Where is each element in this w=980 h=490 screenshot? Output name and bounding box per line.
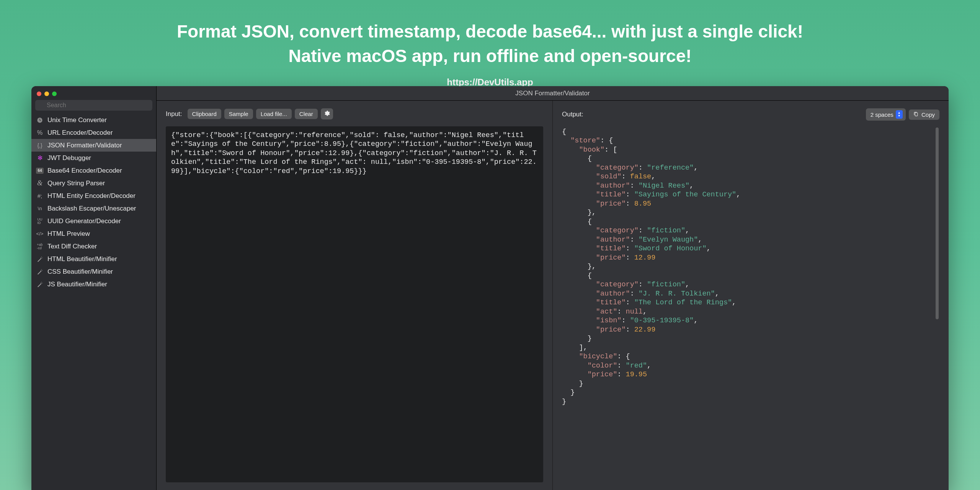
copy-button[interactable]: Copy [909,109,939,120]
close-window-button[interactable] [37,91,41,96]
main-area: JSON Formatter/Validator Input: Clipboar… [157,86,949,490]
scrollbar-thumb[interactable] [936,127,939,319]
sidebar-item-css-beautifier-minifier[interactable]: CSS Beautifier/Minifier [31,265,156,278]
sidebar-item-label: URL Encoder/Decoder [47,129,113,137]
clock-icon [36,116,44,124]
sidebar-item-label: Base64 Encoder/Decoder [47,167,122,175]
sidebar-item-label: HTML Preview [47,230,90,238]
svg-point-8 [41,270,41,270]
input-header: Input: Clipboard Sample Load file... Cle… [166,108,543,119]
sidebar-item-uuid-generator-decoder[interactable]: UUIDUUID Generator/Decoder [31,215,156,227]
input-textarea[interactable]: {"store":{"book":[{"category":"reference… [166,126,543,482]
sidebar-item-label: Backslash Escaper/Unescaper [47,205,136,212]
sidebar-item-label: Text Diff Checker [47,243,97,250]
svg-point-4 [42,258,42,258]
sidebar-item-label: JWT Debugger [47,154,91,162]
window-controls [31,86,156,100]
tag-icon: </> [36,230,44,238]
gear-icon [324,111,330,118]
sidebar-item-html-beautifier-minifier[interactable]: HTML Beautifier/Minifier [31,253,156,265]
output-label: Output: [562,111,583,118]
svg-point-10 [42,283,42,283]
percent-icon: % [36,129,44,137]
sidebar-item-html-preview[interactable]: </>HTML Preview [31,227,156,240]
sidebar-item-unix-time-converter[interactable]: Unix Time Converter [31,114,156,126]
svg-rect-12 [915,113,918,116]
svg-point-9 [41,282,42,282]
sidebar-item-label: JS Beautifier/Minifier [47,281,107,288]
clear-button[interactable]: Clear [295,109,318,119]
app-window: Unix Time Converter%URL Encoder/Decoder{… [31,86,949,490]
sidebar-item-label: JSON Formatter/Validator [47,142,122,149]
hero-headline: Format JSON, convert timestamp, decode b… [0,19,980,69]
diff-icon: +ab-cd [36,243,44,250]
sidebar-item-label: UUID Generator/Decoder [47,217,121,225]
slashn-icon: \n [36,205,44,212]
sidebar-item-base64-encoder-decoder[interactable]: 64Base64 Encoder/Decoder [31,164,156,177]
sidebar-item-label: Query String Parser [47,180,105,187]
tool-list: Unix Time Converter%URL Encoder/Decoder{… [31,114,156,490]
clipboard-icon [913,111,920,118]
sidebar-item-html-entity-encoder-decoder[interactable]: #;HTML Entity Encoder/Decoder [31,189,156,202]
wand-icon [36,255,44,263]
b64-icon: 64 [36,167,44,175]
hash-icon: #; [36,192,44,200]
sample-button[interactable]: Sample [224,109,253,119]
sidebar-item-jwt-debugger[interactable]: ✻JWT Debugger [31,152,156,164]
sidebar-item-json-formatter-validator[interactable]: {,}JSON Formatter/Validator [31,139,156,152]
wand-icon [36,268,44,276]
minimize-window-button[interactable] [44,91,49,96]
content-split: Input: Clipboard Sample Load file... Cle… [157,101,949,490]
sidebar-item-label: HTML Beautifier/Minifier [47,255,117,263]
sidebar-item-label: CSS Beautifier/Minifier [47,268,113,276]
sidebar-item-backslash-escaper-unescaper[interactable]: \nBackslash Escaper/Unescaper [31,202,156,215]
indent-select-value: 2 spaces [871,111,893,118]
window-title: JSON Formatter/Validator [157,86,949,101]
clipboard-button[interactable]: Clipboard [188,109,221,119]
output-scrollbar[interactable] [936,127,939,482]
sidebar: Unix Time Converter%URL Encoder/Decoder{… [31,86,157,490]
svg-point-3 [41,256,42,257]
uuid-icon: UUID [36,217,44,225]
sidebar-item-text-diff-checker[interactable]: +ab-cdText Diff Checker [31,240,156,253]
sidebar-item-url-encoder-decoder[interactable]: %URL Encoder/Decoder [31,126,156,139]
indent-select[interactable]: 2 spaces ▲▼ [866,108,906,121]
input-label: Input: [166,110,182,118]
hero-banner: Format JSON, convert timestamp, decode b… [0,0,980,88]
braces-icon: {,} [36,142,44,149]
sidebar-item-label: HTML Entity Encoder/Decoder [47,192,136,200]
input-pane: Input: Clipboard Sample Load file... Cle… [157,101,553,490]
jwt-icon: ✻ [36,154,44,162]
sidebar-item-label: Unix Time Converter [47,116,107,124]
settings-button[interactable] [321,108,333,119]
chevron-updown-icon: ▲▼ [896,110,903,119]
amp-icon: & [36,180,44,187]
svg-point-7 [42,270,42,271]
output-view[interactable]: { "store": { "book": [ { "category": "re… [562,127,939,482]
svg-point-5 [41,257,41,258]
sidebar-item-js-beautifier-minifier[interactable]: JS Beautifier/Minifier [31,278,156,291]
sidebar-item-query-string-parser[interactable]: &Query String Parser [31,177,156,189]
output-header: Output: 2 spaces ▲▼ Copy [562,108,939,121]
output-pane: Output: 2 spaces ▲▼ Copy { "store": { "b… [553,101,949,490]
zoom-window-button[interactable] [52,91,57,96]
search-input[interactable] [35,100,152,111]
load-file-button[interactable]: Load file... [256,109,292,119]
search-container [31,100,156,114]
svg-point-11 [41,283,41,283]
wand-icon [36,281,44,288]
svg-point-6 [41,269,42,270]
